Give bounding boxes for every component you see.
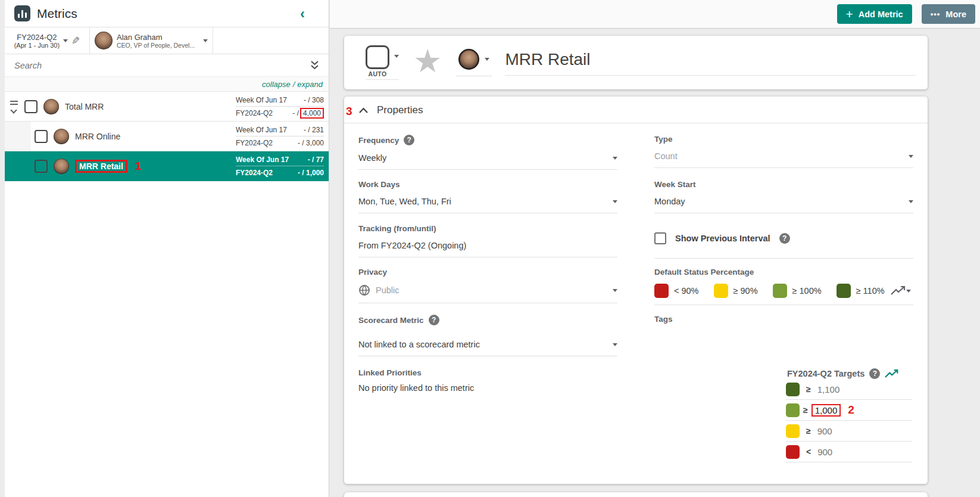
more-button[interactable]: ••• More <box>922 4 975 24</box>
expand-all-link[interactable]: expand <box>297 80 323 89</box>
period-label: FY2024-Q2 <box>236 139 273 147</box>
favorite-star-icon[interactable]: ★ <box>413 45 442 77</box>
targets-header: FY2024-Q2 Targets ? <box>786 368 912 379</box>
metrics-sidebar: Metrics ‹ FY2024-Q2 (Apr 1 - Jun 30) ✎ A… <box>5 0 329 497</box>
metric-title: MRR Retail <box>505 50 590 69</box>
linked-priorities-field: Linked Priorities No priority linked to … <box>358 357 617 462</box>
metric-owner-control[interactable] <box>456 49 492 76</box>
default-status-percentage-field[interactable]: Default Status Percentage < 90% ≥ 90% ≥ … <box>654 259 913 305</box>
chevron-down-icon <box>613 343 617 346</box>
metric-row-total-mrr[interactable]: Total MRR Week Of Jun 17 - / 308 FY2024-… <box>5 92 329 122</box>
status-swatch-darkgreen <box>837 284 851 298</box>
double-chevron-down-icon[interactable] <box>310 60 319 70</box>
tree-indent <box>5 122 31 151</box>
scorecard-metric-field[interactable]: Scorecard Metric? Not linked to a scorec… <box>358 305 617 357</box>
type-field[interactable]: Type Count <box>654 132 913 172</box>
tags-field[interactable]: Tags <box>654 305 913 357</box>
target-swatch-red <box>786 445 800 459</box>
avatar <box>458 49 479 70</box>
metric-name: Total MRR <box>65 102 104 111</box>
app-screen: Metrics ‹ FY2024-Q2 (Apr 1 - Jun 30) ✎ A… <box>0 0 980 497</box>
owner-filter-roles: CEO, VP of People, Devel... <box>117 42 199 49</box>
annotation-box-2[interactable]: 1,000 <box>812 404 841 417</box>
period-value: - / 231 <box>304 126 324 134</box>
expand-chevron-icon[interactable] <box>10 107 17 113</box>
target-value[interactable]: 900 <box>817 426 832 436</box>
work-days-field[interactable]: Work Days Mon, Tue, Wed, Thu, Fri <box>358 172 617 216</box>
metric-checkbox[interactable] <box>24 100 38 113</box>
avatar <box>95 32 113 49</box>
metric-values: Week Of Jun 17 - / 231 FY2024-Q2 - / 3,0… <box>236 124 324 149</box>
status-checkbox[interactable] <box>366 45 389 69</box>
chevron-down-icon <box>613 157 617 160</box>
sidebar-title: Metrics <box>37 7 300 21</box>
auto-label: AUTO <box>368 70 386 77</box>
owner-filter-name: Alan Graham <box>117 33 199 42</box>
search-bar: Search <box>5 54 329 77</box>
chevron-down-icon <box>613 289 617 292</box>
metric-header-card: AUTO ★ MRR Retail <box>344 36 928 89</box>
metric-row-mrr-online[interactable]: MRR Online Week Of Jun 17 - / 231 FY2024… <box>5 122 329 151</box>
help-icon[interactable]: ? <box>779 233 790 244</box>
edit-pencil-icon[interactable]: ✎ <box>71 35 80 47</box>
trending-up-icon[interactable] <box>885 369 899 379</box>
collapse-sidebar-icon[interactable]: ‹ <box>300 8 320 20</box>
link-separator: / <box>293 80 295 89</box>
period-value: - / 3,000 <box>298 139 324 147</box>
status-swatch-olive <box>773 284 787 298</box>
status-swatch-yellow <box>714 284 728 298</box>
chevron-down-icon <box>906 290 911 293</box>
show-previous-label: Show Previous Interval <box>675 234 770 243</box>
main-toolbar: + Add Metric ••• More <box>330 0 980 29</box>
tree-indent <box>5 151 31 181</box>
help-icon[interactable]: ? <box>869 368 880 379</box>
status-auto-control[interactable]: AUTO <box>366 45 399 80</box>
period-label: FY2024-Q2 <box>236 169 273 177</box>
search-input[interactable]: Search <box>14 61 310 70</box>
metric-row-mrr-retail[interactable]: MRR Retail 1 Week Of Jun 17 - / 77 FY202… <box>5 151 329 181</box>
section-title: Properties <box>377 104 423 116</box>
metric-title-field[interactable]: MRR Retail <box>505 50 916 76</box>
avatar <box>43 99 59 114</box>
metric-checkbox[interactable] <box>35 160 48 173</box>
metric-checkbox[interactable] <box>35 130 48 143</box>
target-row[interactable]: ≥ 1,100 <box>786 379 912 400</box>
add-metric-button[interactable]: + Add Metric <box>837 4 912 24</box>
annotation-number-3: 3 <box>346 105 352 118</box>
drag-handle-icon[interactable] <box>10 101 18 105</box>
properties-section-toggle[interactable]: Properties <box>344 97 928 123</box>
target-swatch-yellow <box>786 424 800 438</box>
show-previous-checkbox[interactable] <box>654 232 666 244</box>
period-filter[interactable]: FY2024-Q2 (Apr 1 - Jun 30) ✎ <box>5 27 90 54</box>
target-value[interactable]: 900 <box>817 447 832 457</box>
target-row[interactable]: < 900 <box>786 442 912 462</box>
plus-icon: + <box>846 8 853 20</box>
period-value: - / 1,000 <box>298 169 324 177</box>
chevron-down-icon <box>63 39 68 42</box>
chevron-down-icon[interactable] <box>394 55 399 58</box>
period-label: Week Of Jun 17 <box>236 156 289 164</box>
metric-name: MRR Online <box>75 132 120 141</box>
annotation-box-3: 4,000 <box>300 108 324 119</box>
target-swatch-olive <box>786 403 800 417</box>
collapse-all-link[interactable]: collapse <box>262 80 291 89</box>
tree-controls: collapse / expand <box>5 77 329 92</box>
privacy-field[interactable]: Privacy Public <box>358 259 617 305</box>
help-icon[interactable]: ? <box>429 315 439 325</box>
chevron-down-icon <box>613 200 617 203</box>
owner-filter[interactable]: Alan Graham CEO, VP of People, Devel... <box>90 27 213 54</box>
targets-field: FY2024-Q2 Targets ? ≥ 1,100 <box>654 357 913 462</box>
ellipsis-icon: ••• <box>931 10 941 18</box>
frequency-field[interactable]: Frequency? Weekly <box>358 132 617 172</box>
help-icon[interactable]: ? <box>404 135 414 145</box>
trending-up-icon <box>891 285 906 296</box>
period-label: Week Of Jun 17 <box>236 96 287 104</box>
period-value: - /4,000 <box>292 109 324 117</box>
week-start-field[interactable]: Week Start Monday <box>654 172 913 216</box>
target-row[interactable]: ≥ 900 <box>786 421 912 442</box>
tracking-field[interactable]: Tracking (from/until) From FY2024-Q2 (On… <box>358 216 617 259</box>
show-previous-interval-field: Show Previous Interval ? <box>654 216 913 259</box>
target-row[interactable]: ≥ 1,000 2 <box>786 400 912 421</box>
chevron-down-icon <box>909 200 913 203</box>
target-value[interactable]: 1,100 <box>817 384 840 395</box>
